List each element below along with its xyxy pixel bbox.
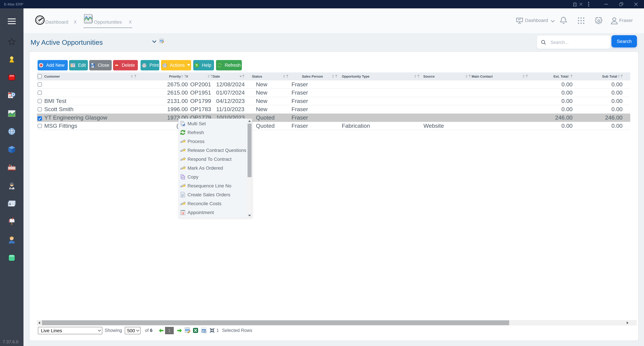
svg-text:12: 12 xyxy=(181,212,184,215)
svg-text:?: ? xyxy=(196,64,198,67)
